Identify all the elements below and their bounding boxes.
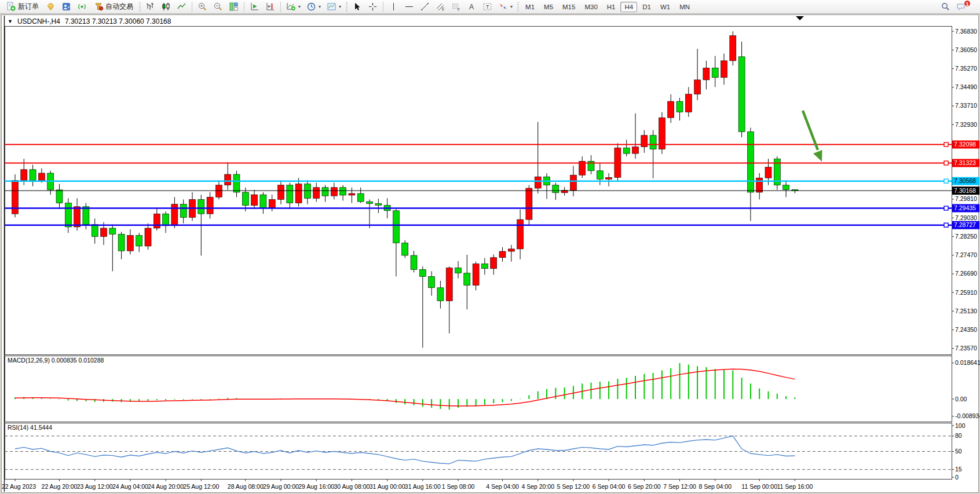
chart-title: ▼ USDCNH-,H4 7.30213 7.30213 7.30060 7.3…	[8, 17, 171, 25]
svg-text:11 Sep 16:00: 11 Sep 16:00	[777, 483, 813, 490]
svg-text:7.29030: 7.29030	[955, 214, 977, 221]
svg-text:11 Sep 00:00: 11 Sep 00:00	[741, 483, 777, 490]
svg-text:7.28727: 7.28727	[954, 221, 976, 228]
symbol-period-label: USDCNH-,H4	[17, 17, 60, 25]
svg-text:6 Sep 20:00: 6 Sep 20:00	[628, 483, 661, 490]
price-axis: 7.368307.360507.352707.344907.337107.329…	[952, 28, 979, 352]
svg-text:6 Sep 04:00: 6 Sep 04:00	[593, 483, 626, 490]
svg-text:0.00: 0.00	[955, 396, 967, 402]
svg-text:31 Aug 00:00: 31 Aug 00:00	[370, 483, 405, 490]
collapse-triangle-icon[interactable]: ▼	[8, 19, 13, 24]
svg-text:23 Aug 12:00: 23 Aug 12:00	[77, 483, 113, 490]
ohlc-values: 7.30213 7.30213 7.30060 7.30168	[65, 17, 171, 25]
svg-text:7.36830: 7.36830	[955, 28, 977, 35]
svg-text:25 Aug 12:00: 25 Aug 12:00	[183, 483, 219, 490]
svg-text:24 Aug 04:00: 24 Aug 04:00	[112, 483, 148, 490]
svg-text:7.35270: 7.35270	[955, 65, 977, 72]
scroll-end-marker-icon	[796, 16, 804, 20]
svg-text:28 Aug 08:00: 28 Aug 08:00	[228, 483, 264, 490]
level-line-handle[interactable]	[944, 161, 948, 165]
svg-text:7.34490: 7.34490	[955, 83, 977, 90]
svg-text:7.33710: 7.33710	[955, 102, 977, 109]
svg-text:24 Aug 20:00: 24 Aug 20:00	[148, 483, 184, 490]
svg-text:7.23570: 7.23570	[955, 345, 977, 352]
level-line-handle[interactable]	[944, 223, 948, 227]
svg-text:7.29810: 7.29810	[955, 195, 977, 202]
svg-text:7.25910: 7.25910	[955, 289, 977, 296]
svg-text:31 Aug 16:00: 31 Aug 16:00	[405, 483, 441, 490]
svg-text:7.29435: 7.29435	[954, 204, 976, 211]
svg-text:22 Aug 2023: 22 Aug 2023	[2, 483, 36, 490]
svg-text:1 Sep 08:00: 1 Sep 08:00	[442, 483, 475, 490]
svg-text:29 Aug 00:00: 29 Aug 00:00	[263, 483, 299, 490]
chart-canvas[interactable]: 7.368307.360507.352707.344907.337107.329…	[0, 0, 980, 494]
svg-text:4 Sep 20:00: 4 Sep 20:00	[521, 483, 554, 490]
level-line-handle[interactable]	[944, 206, 948, 210]
svg-text:0.018641: 0.018641	[955, 359, 980, 366]
svg-text:7.31323: 7.31323	[954, 159, 976, 166]
svg-text:29 Aug 16:00: 29 Aug 16:00	[298, 483, 334, 490]
level-line-handle[interactable]	[944, 142, 948, 147]
svg-text:5 Sep 12:00: 5 Sep 12:00	[557, 483, 590, 490]
macd-indicator-label: MACD(12,26,9) 0.000835 0.010288	[8, 357, 104, 364]
svg-text:15: 15	[955, 466, 962, 473]
svg-text:0: 0	[955, 474, 959, 481]
svg-text:80: 80	[955, 432, 962, 439]
svg-text:22 Aug 20:00: 22 Aug 20:00	[42, 483, 78, 490]
svg-text:7.30568: 7.30568	[954, 177, 976, 184]
svg-text:7.32098: 7.32098	[954, 141, 976, 148]
svg-text:7.25130: 7.25130	[955, 308, 977, 314]
pane-frame-1	[5, 356, 952, 422]
svg-text:50: 50	[955, 448, 962, 455]
svg-text:100: 100	[955, 422, 966, 429]
svg-text:7.28250: 7.28250	[955, 233, 977, 240]
svg-text:4 Sep 04:00: 4 Sep 04:00	[486, 483, 519, 490]
svg-text:7.32930: 7.32930	[955, 121, 977, 128]
level-line-handle[interactable]	[944, 179, 948, 183]
rsi-indicator-label: RSI(14) 41.5444	[8, 424, 52, 431]
svg-text:7 Sep 12:00: 7 Sep 12:00	[663, 483, 696, 490]
svg-text:7.36050: 7.36050	[955, 46, 977, 53]
svg-text:7.27470: 7.27470	[955, 251, 977, 258]
svg-text:7.26690: 7.26690	[955, 270, 977, 277]
svg-text:7.24350: 7.24350	[955, 326, 977, 333]
svg-text:-0.008934: -0.008934	[955, 412, 980, 419]
svg-text:7.30168: 7.30168	[954, 187, 976, 194]
time-axis: 22 Aug 202322 Aug 20:0023 Aug 12:0024 Au…	[2, 479, 813, 490]
svg-text:8 Sep 04:00: 8 Sep 04:00	[699, 483, 732, 490]
svg-text:30 Aug 08:00: 30 Aug 08:00	[334, 483, 370, 490]
